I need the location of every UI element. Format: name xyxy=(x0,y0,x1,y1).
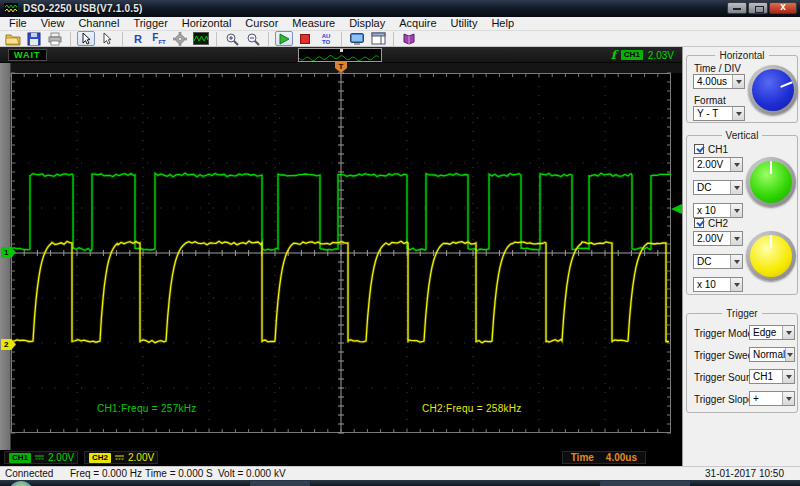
chevron-down-icon xyxy=(782,370,794,383)
trigger-slope-select[interactable]: + xyxy=(749,391,795,406)
maximize-button[interactable] xyxy=(748,2,768,14)
ch2-position-knob[interactable] xyxy=(746,231,796,281)
trigger-mode-select[interactable]: Edge xyxy=(749,325,795,340)
open-file-icon[interactable] xyxy=(4,31,22,46)
menu-utility[interactable]: Utility xyxy=(444,17,485,30)
chevron-down-icon xyxy=(730,181,742,194)
taskbar-item[interactable] xyxy=(600,481,690,486)
settings-gear-icon[interactable] xyxy=(171,31,189,46)
toolbar: R FFT AUTO xyxy=(0,31,800,47)
chevron-down-icon xyxy=(782,392,794,405)
acquisition-status-badge: WAIT xyxy=(8,49,47,61)
trigger-sweep-select[interactable]: Normal xyxy=(749,347,795,362)
start-acquisition-icon[interactable] xyxy=(275,31,293,46)
fft-icon[interactable]: FFT xyxy=(150,31,168,46)
reference-r-icon[interactable]: R xyxy=(129,31,147,46)
window-title: DSO-2250 USB(V7.1.0.5) xyxy=(23,3,142,14)
waveform-preview[interactable] xyxy=(298,48,382,62)
trigger-readout: f CH1 2.03V xyxy=(611,48,674,62)
ch1-checkbox[interactable] xyxy=(694,144,704,154)
help-book-icon[interactable] xyxy=(400,31,418,46)
ch2-volts-select[interactable]: 2.00V xyxy=(693,231,743,246)
menu-channel[interactable]: Channel xyxy=(71,17,126,30)
save-icon[interactable] xyxy=(25,31,43,46)
ch1-scale-tile: CH1 2.00V xyxy=(4,451,78,464)
ch1-position-knob[interactable] xyxy=(746,157,796,207)
toolbar-separator xyxy=(122,32,123,46)
chevron-down-icon xyxy=(782,326,794,339)
toolbar-separator xyxy=(268,32,269,46)
format-select[interactable]: Y - T xyxy=(693,106,745,121)
ch1-frequency-readout: CH1:Frequ = 257kHz xyxy=(97,403,197,414)
menu-view[interactable]: View xyxy=(34,17,72,30)
zoom-in-icon[interactable] xyxy=(223,31,241,46)
menu-acquire[interactable]: Acquire xyxy=(392,17,443,30)
menu-bar: File View Channel Trigger Horizontal Cur… xyxy=(0,17,800,31)
new-window-icon[interactable] xyxy=(369,31,387,46)
ch2-probe-select[interactable]: x 10 xyxy=(693,277,743,292)
menu-cursor[interactable]: Cursor xyxy=(238,17,285,30)
menu-horizontal[interactable]: Horizontal xyxy=(175,17,239,30)
print-icon[interactable] xyxy=(46,31,64,46)
taskbar-item[interactable] xyxy=(250,481,310,486)
ch2-coupling-select[interactable]: DC xyxy=(693,254,743,269)
app-window: DSO-2250 USB(V7.1.0.5) File View Channel… xyxy=(0,0,800,486)
ch1-coupling-select[interactable]: DC xyxy=(693,180,743,195)
status-bar: Connected Freq = 0.000 Hz Time = 0.000 S… xyxy=(0,466,800,480)
windows-taskbar xyxy=(0,480,800,486)
time-label: Time xyxy=(571,452,594,463)
knob-pointer xyxy=(770,161,772,174)
trigger-slope-label: Trigger Slope xyxy=(694,394,754,405)
toolbar-separator xyxy=(341,32,342,46)
time-readout: Time = 0.000 S xyxy=(145,468,213,479)
auto-setup-icon[interactable]: AUTO xyxy=(317,31,335,46)
menu-trigger[interactable]: Trigger xyxy=(126,17,174,30)
trigger-level-marker[interactable] xyxy=(671,204,682,214)
chevron-down-icon xyxy=(730,255,742,268)
main-area: WAIT f CH1 2.03V T 1 2 CH1:Frequ = 257kH… xyxy=(0,47,800,466)
chevron-down-icon xyxy=(785,348,794,361)
waveform-thumbnail-icon[interactable] xyxy=(192,31,210,46)
trigger-group: Trigger Trigger Mode Edge Trigger Sweep … xyxy=(686,313,798,413)
ch1-position-marker[interactable]: 1 xyxy=(1,247,16,258)
menu-help[interactable]: Help xyxy=(484,17,521,30)
time-per-div-value: 4.00us xyxy=(606,452,637,463)
vertical-group: Vertical CH1 2.00V DC x 10 CH2 xyxy=(686,135,798,295)
chevron-down-icon xyxy=(732,107,744,120)
trigger-source-select[interactable]: CH1 xyxy=(749,369,795,384)
display-screen-icon[interactable] xyxy=(348,31,366,46)
connection-status: Connected xyxy=(5,468,53,479)
timebase-tile: Time 4.00us xyxy=(562,451,646,464)
chevron-down-icon xyxy=(730,232,742,245)
zoom-out-icon[interactable] xyxy=(244,31,262,46)
ch2-position-marker[interactable]: 2 xyxy=(1,339,16,350)
title-bar: DSO-2250 USB(V7.1.0.5) xyxy=(0,0,800,17)
chevron-down-icon xyxy=(730,158,742,171)
trigger-mode-label: Trigger Mode xyxy=(694,328,753,339)
dc-coupling-icon xyxy=(115,454,124,461)
ch1-badge: CH1 xyxy=(9,453,31,463)
horizontal-knob[interactable] xyxy=(748,65,798,115)
trigger-source-badge: CH1 xyxy=(621,50,643,60)
time-div-select[interactable]: 4.00us xyxy=(693,74,745,89)
menu-display[interactable]: Display xyxy=(342,17,392,30)
minimize-button[interactable] xyxy=(727,2,747,14)
ch2-volts-per-div: 2.00V xyxy=(128,452,154,463)
close-button[interactable] xyxy=(769,2,797,14)
menu-file[interactable]: File xyxy=(2,17,34,30)
knob-pointer xyxy=(770,235,772,248)
time-div-label: Time / DIV xyxy=(694,63,741,74)
cursor-icon[interactable] xyxy=(77,31,95,46)
menu-measure[interactable]: Measure xyxy=(285,17,342,30)
start-button-icon[interactable] xyxy=(8,481,34,486)
control-panel: Horizontal Time / DIV 4.00us Format Y - … xyxy=(682,47,800,466)
cursor-alt-icon[interactable] xyxy=(98,31,116,46)
trigger-group-title: Trigger xyxy=(722,308,761,319)
ch2-checkbox[interactable] xyxy=(694,218,704,228)
scope-status-bar: WAIT f CH1 2.03V xyxy=(0,47,682,63)
ch1-volts-select[interactable]: 2.00V xyxy=(693,157,743,172)
stop-acquisition-icon[interactable] xyxy=(296,31,314,46)
horizontal-group-title: Horizontal xyxy=(715,50,768,61)
scope-bottom-bar: CH1 2.00V CH2 2.00V Time 4.00us xyxy=(0,450,682,466)
ch1-probe-select[interactable]: x 10 xyxy=(693,203,743,218)
